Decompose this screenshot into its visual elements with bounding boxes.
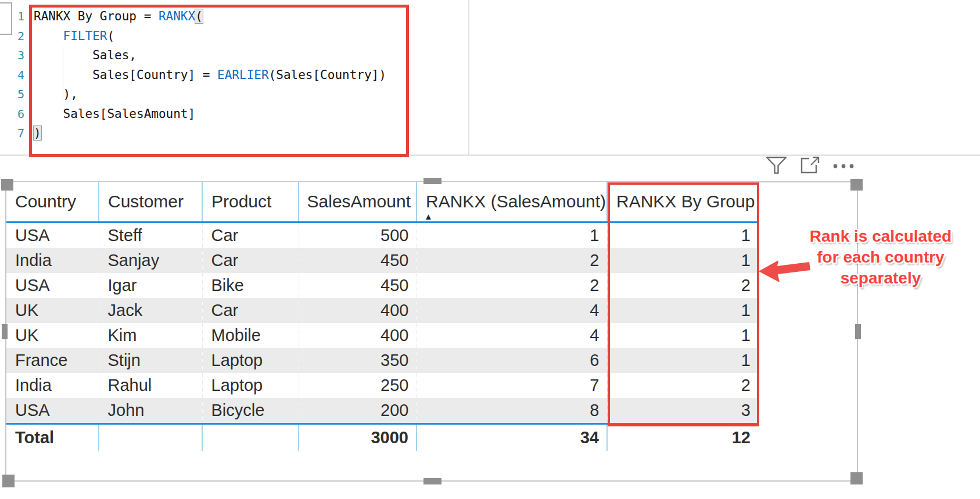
table-cell: 4 <box>417 298 607 323</box>
column-header-label: RANKX (SalesAmount) <box>426 192 606 211</box>
indent-guide <box>63 46 63 99</box>
table-cell: India <box>6 248 99 273</box>
table-cell: 400 <box>299 323 417 348</box>
table-cell: USA <box>6 222 99 249</box>
code-text <box>34 29 63 43</box>
line-number: 5 <box>13 85 24 105</box>
column-header-product[interactable]: Product <box>202 182 299 222</box>
line-number: 1 <box>13 7 24 27</box>
table-row: USASteffCar50011 <box>6 222 758 249</box>
total-cell: Total <box>6 424 99 451</box>
table-cell: UK <box>6 323 99 348</box>
power-bi-report-canvas: 1234567 RANKX By Group = RANKX( FILTER( … <box>0 0 980 499</box>
table-row: USAIgarBike45022 <box>6 273 758 298</box>
table-cell: 7 <box>417 373 607 398</box>
code-text: Sales[SalesAmount] <box>34 107 195 121</box>
table-cell: 350 <box>299 348 417 373</box>
table-row: UKKimMobile40041 <box>6 323 758 348</box>
focus-mode-button[interactable] <box>797 155 823 177</box>
focus-mode-icon <box>800 156 820 176</box>
table-row: IndiaSanjayCar45021 <box>6 248 758 273</box>
resize-handle-top-middle[interactable] <box>423 178 441 184</box>
table-cell: 2 <box>417 273 607 298</box>
line-number: 2 <box>13 27 24 46</box>
column-header-country[interactable]: Country <box>6 182 99 222</box>
table-row: UKJackCar40041 <box>6 298 758 323</box>
table-cell: 4 <box>417 323 607 348</box>
column-header-salesamount[interactable]: SalesAmount <box>299 182 417 222</box>
annotation-line: for each country <box>773 247 980 268</box>
code-text: Sales[Country] = <box>34 68 217 82</box>
table-row: FranceStijnLaptop35061 <box>6 348 758 373</box>
resize-handle-right-middle[interactable] <box>855 324 861 339</box>
more-options-icon <box>832 162 855 171</box>
table-cell: Sanjay <box>99 248 202 273</box>
table-cell: 1 <box>607 248 758 273</box>
resize-handle-top-left[interactable] <box>1 179 13 191</box>
total-cell <box>99 424 202 451</box>
table-cell: 450 <box>299 273 417 298</box>
table-cell: 2 <box>417 248 607 273</box>
table-cell: 250 <box>299 373 417 398</box>
sales-rank-table: CountryCustomerProductSalesAmountRANKX (… <box>6 182 758 451</box>
column-header-customer[interactable]: Customer <box>99 182 202 222</box>
table-cell: Car <box>202 222 299 249</box>
column-header-label: Country <box>15 192 76 211</box>
code-line: ) <box>34 124 386 143</box>
table-cell: 200 <box>299 398 417 424</box>
annotation-line: Rank is calculated <box>773 226 980 247</box>
table-cell: USA <box>6 398 99 424</box>
column-header-rankx-salesamount-[interactable]: RANKX (SalesAmount)▲ <box>417 182 607 222</box>
code-line: Sales[SalesAmount] <box>34 105 386 124</box>
table-row: IndiaRahulLaptop25072 <box>6 373 758 398</box>
table-row: USAJohnBicycle20083 <box>6 398 758 424</box>
code-line: Sales[Country] = EARLIER(Sales[Country]) <box>34 66 386 85</box>
dax-keyword: FILTER <box>63 29 107 43</box>
annotation-line: separately <box>773 268 980 289</box>
sort-ascending-icon: ▲ <box>424 212 433 221</box>
table-cell: Bike <box>202 273 299 298</box>
table-cell: John <box>99 398 202 424</box>
table-header-row: CountryCustomerProductSalesAmountRANKX (… <box>6 182 758 222</box>
dax-formula-editor[interactable]: RANKX By Group = RANKX( FILTER( Sales, S… <box>34 7 386 143</box>
table-cell: 1 <box>607 348 758 373</box>
line-number: 7 <box>13 124 24 143</box>
code-text: Sales, <box>34 48 137 62</box>
code-line: FILTER( <box>34 27 386 46</box>
table-cell: Jack <box>99 298 202 323</box>
code-line: Sales, <box>34 46 386 66</box>
table-cell: 400 <box>299 298 417 323</box>
more-options-button[interactable] <box>831 155 856 177</box>
code-text: (Sales[Country]) <box>269 68 386 82</box>
resize-handle-left-middle[interactable] <box>2 324 8 339</box>
resize-handle-bottom-right[interactable] <box>850 472 863 484</box>
total-cell: 3000 <box>299 424 417 451</box>
table-cell: 1 <box>607 222 758 249</box>
editor-right-divider <box>468 0 469 155</box>
table-cell: UK <box>6 298 99 323</box>
table-cell: 1 <box>607 323 758 348</box>
table-total-row: Total30003412 <box>6 424 758 451</box>
table-cell: 8 <box>417 398 607 424</box>
table-cell: USA <box>6 273 99 298</box>
total-cell <box>202 424 299 451</box>
code-line: ), <box>34 85 386 105</box>
table-cell: 1 <box>417 222 607 249</box>
column-header-rankx-by-group[interactable]: RANKX By Group <box>607 182 758 222</box>
column-header-label: Customer <box>108 192 184 211</box>
filter-button[interactable] <box>763 155 789 177</box>
total-cell: 34 <box>417 424 607 451</box>
total-cell: 12 <box>607 424 758 451</box>
table-cell: Igar <box>99 273 202 298</box>
resize-handle-bottom-left[interactable] <box>2 475 15 487</box>
table-cell: Laptop <box>202 373 299 398</box>
table-cell: Bicycle <box>202 398 299 424</box>
resize-handle-bottom-middle[interactable] <box>423 478 441 484</box>
table-cell: 500 <box>299 222 417 249</box>
code-line: RANKX By Group = RANKX( <box>34 7 386 27</box>
column-header-label: SalesAmount <box>307 192 411 211</box>
table-cell: 450 <box>299 248 417 273</box>
resize-handle-top-right[interactable] <box>850 179 863 191</box>
table-cell: 2 <box>607 273 758 298</box>
column-header-label: RANKX By Group <box>616 192 755 211</box>
